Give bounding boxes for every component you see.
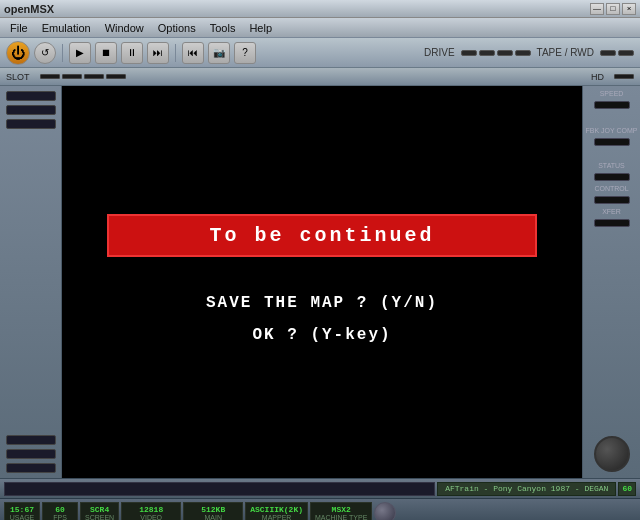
fbk-led	[594, 138, 630, 146]
menu-file[interactable]: File	[4, 21, 34, 35]
xfer-label: XFER	[602, 208, 621, 215]
left-panel	[0, 86, 62, 478]
menu-window[interactable]: Window	[99, 21, 150, 35]
machine-lbl: MACHINE TYPE	[315, 514, 367, 521]
hd-leds	[614, 74, 634, 79]
drive-led-3	[497, 50, 513, 56]
maximize-button[interactable]: □	[606, 3, 620, 15]
emulator-screen: To be continued SAVE THE MAP ? (Y/N) OK …	[62, 86, 582, 478]
control-led	[594, 196, 630, 204]
status-usage-seg: 60	[618, 482, 636, 496]
menu-emulation[interactable]: Emulation	[36, 21, 97, 35]
tape-rewind-button[interactable]: ⏮	[182, 42, 204, 64]
left-led-2	[6, 105, 56, 115]
status-title-seg: AFTrain - Pony Canyon 1987 - DEGAN	[437, 482, 616, 496]
xfer-led	[594, 219, 630, 227]
pause-button[interactable]: ⏸	[121, 42, 143, 64]
tape-label: TAPE / RWD	[537, 47, 594, 58]
slot-led-1	[40, 74, 60, 79]
status-title-text: AFTrain - Pony Canyon 1987 - DEGAN	[441, 484, 612, 493]
fbk-label: FBK JOY COMP	[586, 127, 638, 134]
toolbar-right: DRIVE TAPE / RWD	[424, 47, 634, 58]
menu-options[interactable]: Options	[152, 21, 202, 35]
mapper-lbl: MAPPER	[262, 514, 292, 521]
fps-lbl: FPS	[53, 514, 67, 521]
app-title: openMSX	[4, 3, 54, 15]
usage-lbl: USAGE	[10, 514, 35, 521]
bottom-info-bar: 15:67 USAGE 60 FPS SCR4 SCREEN 12818 VID…	[0, 498, 640, 520]
left-led-5	[6, 449, 56, 459]
right-panel: SPEED FBK JOY COMP STATUS CONTROL XFER	[582, 86, 640, 478]
tape-led-2	[618, 50, 634, 56]
right-knob[interactable]	[594, 436, 630, 472]
main-val: 512KB	[201, 505, 225, 514]
screen-seg: SCR4 SCREEN	[80, 502, 119, 521]
mapper-val: ASCIIIK(2K)	[250, 505, 303, 514]
video-lbl: VIDEO	[140, 514, 162, 521]
drive-led-1	[461, 50, 477, 56]
video-seg: 12818 VIDEO	[121, 502, 181, 521]
screenshot-button[interactable]: 📷	[208, 42, 230, 64]
screen-lbl: SCREEN	[85, 514, 114, 521]
volume-knob[interactable]	[374, 502, 396, 521]
speed-led	[594, 101, 630, 109]
menu-help[interactable]: Help	[243, 21, 278, 35]
drive-led-2	[479, 50, 495, 56]
fps-seg: 60 FPS	[42, 502, 78, 521]
close-button[interactable]: ×	[622, 3, 636, 15]
main-seg: 512KB MAIN	[183, 502, 243, 521]
step-button[interactable]: ⏭	[147, 42, 169, 64]
help-button[interactable]: ?	[234, 42, 256, 64]
info-bar: SLOT HD	[0, 68, 640, 86]
speed-label: SPEED	[600, 90, 624, 97]
dialog-line-1: SAVE THE MAP ? (Y/N)	[206, 287, 438, 319]
menu-tools[interactable]: Tools	[204, 21, 242, 35]
tape-led-1	[600, 50, 616, 56]
left-led-6	[6, 463, 56, 473]
main-lbl: MAIN	[204, 514, 222, 521]
stop-button[interactable]: ⏹	[95, 42, 117, 64]
machine-val: MSX2	[332, 505, 351, 514]
fps-val: 60	[55, 505, 65, 514]
menu-bar: File Emulation Window Options Tools Help	[0, 18, 640, 38]
reset-button[interactable]: ↺	[34, 42, 56, 64]
usage-seg: 15:67 USAGE	[4, 502, 40, 521]
hd-label: HD	[591, 72, 604, 82]
status-led	[594, 173, 630, 181]
toolbar-separator-2	[175, 44, 176, 62]
bottom-status-bar: AFTrain - Pony Canyon 1987 - DEGAN 60	[0, 478, 640, 498]
left-led-1	[6, 91, 56, 101]
left-led-4	[6, 435, 56, 445]
minimize-button[interactable]: —	[590, 3, 604, 15]
main-area: To be continued SAVE THE MAP ? (Y/N) OK …	[0, 86, 640, 478]
progress-bar	[4, 482, 435, 496]
left-led-3	[6, 119, 56, 129]
progress-fill	[5, 483, 262, 495]
usage-val: 15:67	[10, 505, 34, 514]
tape-leds	[600, 50, 634, 56]
status-usage-val: 60	[622, 484, 632, 493]
slot-led-3	[84, 74, 104, 79]
video-val: 12818	[139, 505, 163, 514]
slot-led-2	[62, 74, 82, 79]
hd-led-1	[614, 74, 634, 79]
control-label: CONTROL	[594, 185, 628, 192]
screen-val: SCR4	[90, 505, 109, 514]
slot-leds	[40, 74, 126, 79]
status-label-right: STATUS	[598, 162, 625, 169]
toolbar: ⏻ ↺ ▶ ⏹ ⏸ ⏭ ⏮ 📷 ? DRIVE TAPE / RWD	[0, 38, 640, 68]
drive-led-4	[515, 50, 531, 56]
window-controls: — □ ×	[590, 3, 636, 15]
title-bar: openMSX — □ ×	[0, 0, 640, 18]
machine-seg: MSX2 MACHINE TYPE	[310, 502, 372, 521]
play-button[interactable]: ▶	[69, 42, 91, 64]
power-button[interactable]: ⏻	[6, 41, 30, 65]
drive-leds	[461, 50, 531, 56]
slot-led-4	[106, 74, 126, 79]
dialog-line-2: OK ? (Y-key)	[206, 319, 438, 351]
drive-label: DRIVE	[424, 47, 455, 58]
toolbar-separator-1	[62, 44, 63, 62]
banner: To be continued	[107, 214, 537, 257]
mapper-seg: ASCIIIK(2K) MAPPER	[245, 502, 308, 521]
dialog-text: SAVE THE MAP ? (Y/N) OK ? (Y-key)	[206, 287, 438, 351]
